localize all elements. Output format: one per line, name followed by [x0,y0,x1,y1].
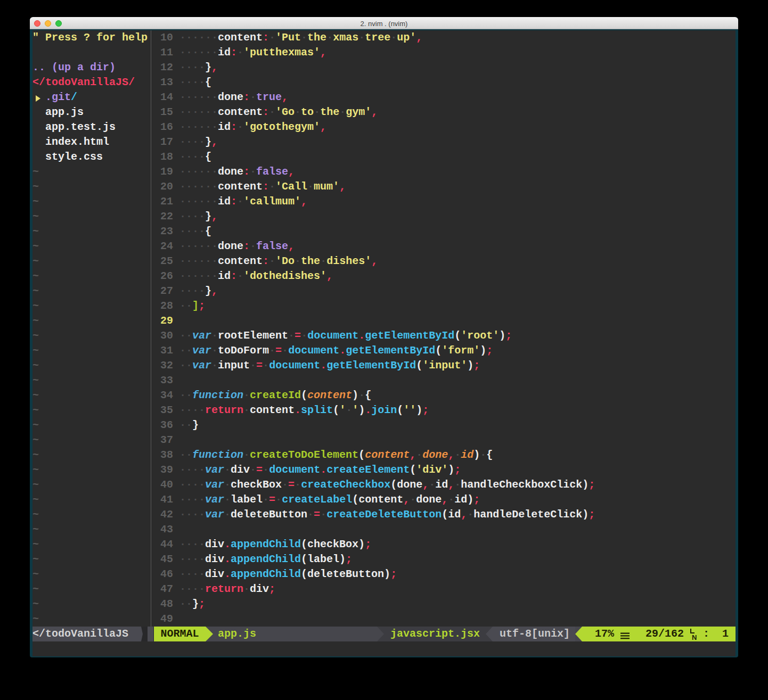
svg-text:N: N [692,633,697,641]
